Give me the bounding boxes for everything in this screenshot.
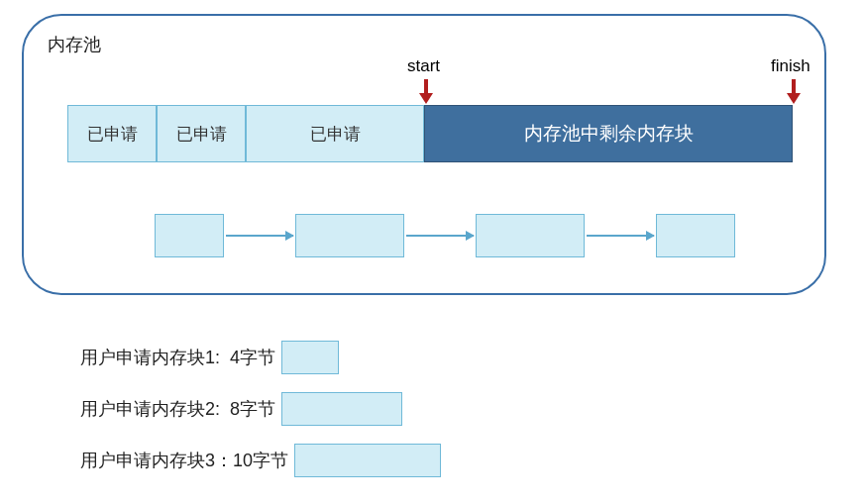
linked-list-node — [656, 214, 735, 257]
segment-allocated: 已申请 — [246, 105, 424, 162]
pointer-finish-arrow — [787, 79, 801, 104]
memory-pool-title: 内存池 — [48, 33, 101, 56]
linked-list-node — [476, 214, 585, 257]
linked-list-arrow — [406, 235, 474, 237]
segment-label: 已申请 — [87, 123, 138, 146]
segment-allocated: 已申请 — [157, 105, 246, 162]
pointer-start-arrow — [419, 79, 433, 104]
request-label: 用户申请内存块1: 4字节 — [80, 346, 275, 369]
request-row: 用户申请内存块3：10字节 — [80, 444, 441, 477]
linked-list-arrow — [226, 235, 293, 237]
request-row: 用户申请内存块1: 4字节 — [80, 341, 339, 374]
pointer-finish-label: finish — [771, 56, 810, 76]
segment-allocated: 已申请 — [67, 105, 157, 162]
pointer-start-label: start — [407, 56, 440, 76]
linked-list-arrow — [587, 235, 654, 237]
segment-free: 内存池中剩余内存块 — [424, 105, 793, 162]
segment-label: 已申请 — [176, 123, 227, 146]
memory-bar: 已申请 已申请 已申请 内存池中剩余内存块 — [67, 105, 793, 162]
segment-label: 已申请 — [310, 123, 361, 146]
request-label: 用户申请内存块2: 8字节 — [80, 397, 275, 421]
request-block — [294, 444, 441, 477]
request-block — [281, 392, 402, 426]
segment-label: 内存池中剩余内存块 — [524, 121, 694, 147]
linked-list-node — [155, 214, 224, 257]
request-label: 用户申请内存块3：10字节 — [80, 449, 288, 472]
request-row: 用户申请内存块2: 8字节 — [80, 392, 402, 426]
request-block — [281, 341, 339, 374]
linked-list-node — [295, 214, 404, 257]
